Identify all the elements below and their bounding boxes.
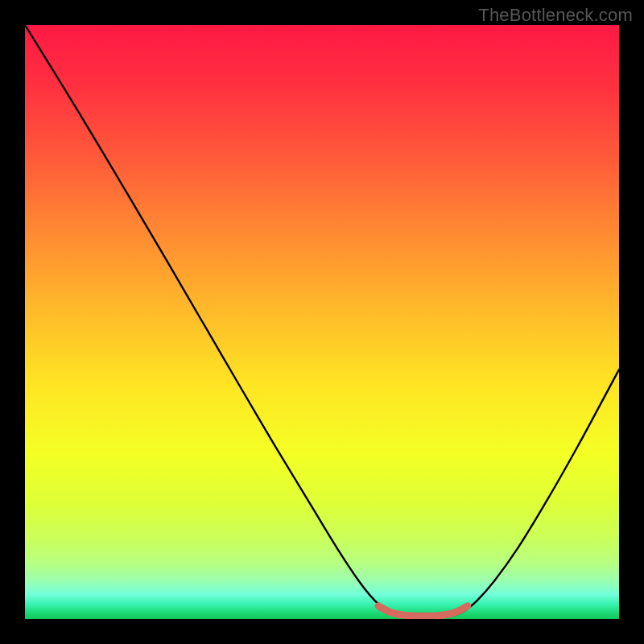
bottleneck-chart xyxy=(25,25,619,619)
chart-frame xyxy=(25,25,619,619)
watermark-text: TheBottleneck.com xyxy=(478,5,633,26)
